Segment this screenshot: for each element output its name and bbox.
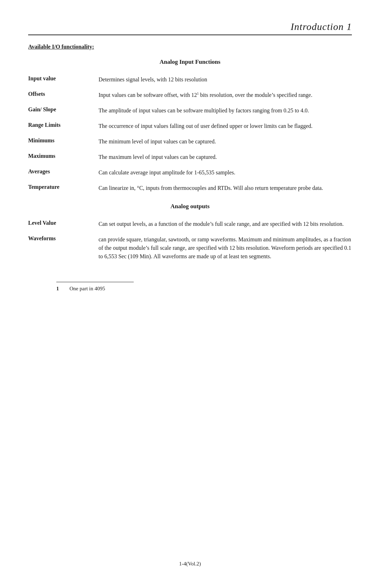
analog-output-table: Level Value Can set output levels, as a …	[28, 220, 352, 268]
feature-desc-input-value: Determines signal levels, with 12 bits r…	[99, 75, 352, 91]
feature-label-offsets: Offsets	[28, 91, 99, 106]
footnote: 1 One part in 4095	[56, 286, 352, 292]
feature-label-level-value: Level Value	[28, 220, 99, 235]
footnote-text: One part in 4095	[70, 286, 105, 292]
feature-label-input-value: Input value	[28, 75, 99, 91]
feature-label-maximums: Maximums	[28, 153, 99, 168]
feature-desc-gain-slope: The amplitude of input values can be sof…	[99, 106, 352, 122]
feature-label-minimums: Minimums	[28, 137, 99, 153]
analog-input-title: Analog Input Functions	[28, 58, 352, 66]
table-row: Offsets Input values can be software off…	[28, 91, 352, 106]
feature-desc-minimums: The minimum level of input values can be…	[99, 137, 352, 153]
available-io-heading: Available I/O functionality:	[28, 44, 352, 50]
table-row: Averages Can calculate average input amp…	[28, 168, 352, 184]
page-header: Introduction 1	[28, 21, 352, 35]
feature-desc-level-value: Can set output levels, as a function of …	[99, 220, 352, 235]
feature-desc-averages: Can calculate average input amplitude fo…	[99, 168, 352, 184]
table-row: Temperature Can linearize in, °C, inputs…	[28, 184, 352, 199]
table-row: Level Value Can set output levels, as a …	[28, 220, 352, 235]
footnote-divider	[56, 282, 134, 282]
page-title: Introduction 1	[291, 21, 352, 32]
feature-desc-temperature: Can linearize in, °C, inputs from thermo…	[99, 184, 352, 199]
feature-label-averages: Averages	[28, 168, 99, 184]
page-number: 1-4(Vol.2)	[179, 561, 201, 567]
page: Introduction 1 Available I/O functionali…	[0, 0, 380, 588]
feature-desc-range-limits: The occurrence of input values falling o…	[99, 122, 352, 137]
table-row: Minimums The minimum level of input valu…	[28, 137, 352, 153]
table-row: Range Limits The occurrence of input val…	[28, 122, 352, 137]
feature-label-temperature: Temperature	[28, 184, 99, 199]
table-row: Maximums The maximum level of input valu…	[28, 153, 352, 168]
feature-label-range-limits: Range Limits	[28, 122, 99, 137]
feature-desc-maximums: The maximum level of input values can be…	[99, 153, 352, 168]
feature-desc-offsets: Input values can be software offset, wit…	[99, 91, 352, 106]
feature-label-gain-slope: Gain/ Slope	[28, 106, 99, 122]
table-row: Gain/ Slope The amplitude of input value…	[28, 106, 352, 122]
analog-outputs-section: Analog outputs Level Value Can set outpu…	[28, 203, 352, 268]
table-row: Input value Determines signal levels, wi…	[28, 75, 352, 91]
footnote-number: 1	[56, 286, 59, 292]
feature-label-waveforms: Waveforms	[28, 235, 99, 268]
table-row: Waveforms can provide square, triangular…	[28, 235, 352, 268]
feature-desc-waveforms: can provide square, triangular, sawtooth…	[99, 235, 352, 268]
analog-output-title: Analog outputs	[28, 203, 352, 210]
analog-input-table: Input value Determines signal levels, wi…	[28, 75, 352, 199]
superscript-1: 1	[197, 92, 199, 95]
